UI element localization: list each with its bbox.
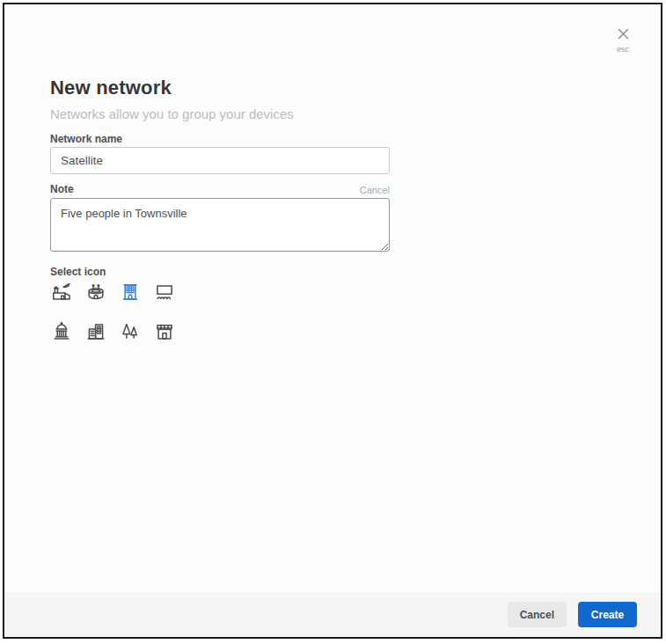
modal-footer: Cancel Create — [4, 592, 661, 637]
page-subtitle: Networks allow you to group your devices — [50, 106, 294, 121]
create-button[interactable]: Create — [578, 602, 637, 627]
new-network-modal: esc New network Networks allow you to gr… — [3, 3, 662, 639]
store-icon[interactable] — [153, 320, 176, 343]
note-label: Note — [50, 183, 74, 195]
select-icon-label: Select icon — [50, 266, 106, 278]
note-cancel-link[interactable]: Cancel — [360, 185, 390, 195]
esc-hint: esc — [611, 45, 634, 54]
note-textarea[interactable]: Five people in Townsville — [50, 198, 390, 252]
close-x-icon — [617, 28, 630, 43]
office-buildings-icon[interactable] — [84, 320, 107, 343]
close-button[interactable]: esc — [611, 27, 634, 54]
airport-icon[interactable] — [50, 281, 73, 304]
network-name-input[interactable] — [50, 147, 390, 174]
cancel-button[interactable]: Cancel — [508, 602, 567, 627]
screen-crowd-icon[interactable] — [153, 281, 176, 304]
capitol-icon[interactable] — [50, 320, 73, 343]
building-icon[interactable] — [119, 281, 142, 304]
icon-picker-grid — [50, 281, 176, 343]
stadium-icon[interactable] — [84, 281, 107, 304]
park-trees-icon[interactable] — [119, 320, 142, 343]
page-title: New network — [50, 77, 172, 99]
network-name-label: Network name — [50, 133, 122, 145]
